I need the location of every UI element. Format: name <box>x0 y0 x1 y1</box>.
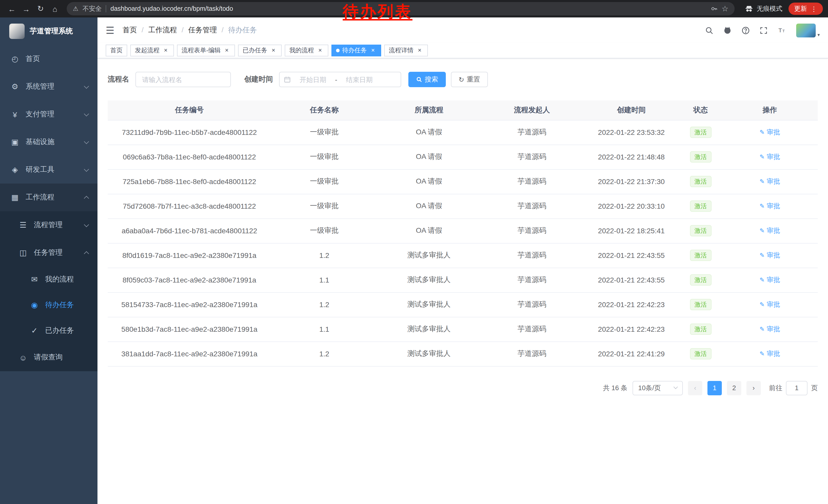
approve-link[interactable]: ✎ 审批 <box>759 152 780 162</box>
sidebar-item-workflow[interactable]: ▦ 工作流程 <box>0 184 97 211</box>
tab-close-icon[interactable]: × <box>317 47 324 54</box>
approve-link[interactable]: ✎ 审批 <box>759 226 780 235</box>
approve-link[interactable]: ✎ 审批 <box>759 349 780 358</box>
bookmark-star-icon[interactable]: ☆ <box>721 4 729 13</box>
cell-create-time: 2022-01-21 22:41:29 <box>584 341 679 366</box>
svg-text:T: T <box>779 27 782 33</box>
status-badge: 激活 <box>690 225 711 236</box>
sidebar-item-devtools[interactable]: ◈ 研发工具 <box>0 156 97 184</box>
prev-page-button[interactable]: ‹ <box>688 381 702 395</box>
tab[interactable]: 首页 <box>106 45 127 56</box>
page-button-2[interactable]: 2 <box>727 381 741 395</box>
sidebar-item-infra[interactable]: ▣ 基础设施 <box>0 128 97 156</box>
cell-create-time: 2022-01-22 21:37:30 <box>584 169 679 194</box>
goto-page-input[interactable] <box>786 381 808 395</box>
tab[interactable]: 流程表单-编辑 × <box>177 45 235 56</box>
key-icon[interactable] <box>710 5 717 12</box>
tab-close-icon[interactable]: × <box>162 47 169 54</box>
yen-icon: ¥ <box>10 110 19 119</box>
chevron-down-icon <box>85 140 88 144</box>
approve-link[interactable]: ✎ 审批 <box>759 300 780 309</box>
user-avatar[interactable]: ▾ <box>796 23 820 37</box>
task-icon: ◫ <box>18 248 28 258</box>
browser-home-button[interactable]: ⌂ <box>48 2 61 15</box>
main-area: ☰ 首页 工作流程 任务管理 待办任务 <box>97 17 828 504</box>
tab-close-icon[interactable]: × <box>223 47 230 54</box>
cell-task-name: 一级审批 <box>271 194 378 218</box>
workflow-submenu: ☰ 流程管理 ◫ 任务管理 ✉ 我的流程 ◉ 待办任务 ✓ <box>0 211 97 371</box>
sidebar-item-task-mgmt[interactable]: ◫ 任务管理 <box>0 239 97 267</box>
avatar-image <box>796 23 816 37</box>
sidebar-item-payment[interactable]: ¥ 支付管理 <box>0 100 97 128</box>
approve-label: 审批 <box>767 325 780 334</box>
svg-text:T: T <box>783 29 785 33</box>
sidebar-item-process-mgmt[interactable]: ☰ 流程管理 <box>0 211 97 239</box>
omnibox-divider <box>106 5 107 12</box>
sidebar-item-my-process[interactable]: ✉ 我的流程 <box>0 267 97 292</box>
approve-link[interactable]: ✎ 审批 <box>759 275 780 284</box>
browser-refresh-button[interactable]: ↻ <box>34 2 47 15</box>
approve-link[interactable]: ✎ 审批 <box>759 201 780 211</box>
next-page-button[interactable]: › <box>746 381 761 395</box>
tab-close-icon[interactable]: × <box>270 47 277 54</box>
approve-label: 审批 <box>767 275 780 284</box>
fullscreen-icon[interactable] <box>759 26 768 35</box>
approve-link[interactable]: ✎ 审批 <box>759 177 780 186</box>
tab-close-icon[interactable]: × <box>369 47 377 54</box>
breadcrumb-task-mgmt[interactable]: 任务管理 <box>188 26 228 35</box>
font-size-icon[interactable]: T T <box>778 26 787 35</box>
approve-link[interactable]: ✎ 审批 <box>759 251 780 260</box>
cell-task-id: 75d72608-7b7f-11ec-a3c8-acde48001122 <box>108 194 271 218</box>
cell-actions: ✎ 审批 <box>722 169 818 194</box>
tab[interactable]: 流程详情 × <box>384 45 428 56</box>
tab[interactable]: 待办任务 × <box>331 45 381 56</box>
cell-task-name: 1.2 <box>271 292 378 317</box>
reset-button[interactable]: ↻ 重置 <box>451 72 488 87</box>
approve-link[interactable]: ✎ 审批 <box>759 325 780 334</box>
process-name-input[interactable] <box>135 72 231 87</box>
help-icon[interactable] <box>742 26 750 35</box>
sidebar-item-system[interactable]: ⚙ 系统管理 <box>0 73 97 100</box>
cell-status: 激活 <box>679 120 722 145</box>
page-size-select[interactable]: 10条/页 <box>632 381 683 395</box>
end-date-input[interactable] <box>339 76 379 83</box>
update-label: 更新 <box>794 4 807 13</box>
sidebar-collapse-icon[interactable]: ☰ <box>106 25 114 36</box>
breadcrumb-current: 待办任务 <box>228 26 257 35</box>
tab-close-icon[interactable]: × <box>416 47 423 54</box>
update-chip[interactable]: 更新 ⋮ <box>788 3 823 15</box>
status-badge: 激活 <box>690 324 711 335</box>
incognito-badge: 无痕模式 <box>740 4 787 13</box>
search-icon[interactable] <box>705 26 714 35</box>
browser-menu-icon[interactable]: ⋮ <box>811 5 817 12</box>
page-button-1[interactable]: 1 <box>707 381 722 395</box>
sidebar-item-leave-query[interactable]: ☺ 请假查询 <box>0 343 97 371</box>
sidebar-item-todo-task[interactable]: ◉ 待办任务 <box>0 292 97 318</box>
tab[interactable]: 我的流程 × <box>285 45 328 56</box>
start-date-input[interactable] <box>293 76 333 83</box>
cell-status: 激活 <box>679 292 722 317</box>
cell-process: 测试多审批人 <box>378 243 481 268</box>
approve-link[interactable]: ✎ 审批 <box>759 128 780 137</box>
cell-process: OA 请假 <box>378 194 481 218</box>
cell-process: 测试多审批人 <box>378 292 481 317</box>
cell-task-id: 58154733-7ac8-11ec-a9e2-a2380e71991a <box>108 292 271 317</box>
browser-chrome: ← → ↻ ⌂ ⚠ 不安全 dashboard.yudao.iocoder.cn… <box>0 0 828 17</box>
cell-task-name: 1.1 <box>271 317 378 341</box>
cell-starter: 芋道源码 <box>481 218 583 243</box>
breadcrumb-workflow[interactable]: 工作流程 <box>148 26 188 35</box>
sidebar-item-done-task[interactable]: ✓ 已办任务 <box>0 318 97 343</box>
cell-starter: 芋道源码 <box>481 243 583 268</box>
browser-forward-button[interactable]: → <box>19 2 33 15</box>
tab-label: 发起流程 <box>135 46 160 55</box>
avatar-caret-icon: ▾ <box>818 32 820 37</box>
sidebar-item-home[interactable]: ◴ 首页 <box>0 45 97 73</box>
tab[interactable]: 已办任务 × <box>238 45 282 56</box>
dashboard-icon: ◴ <box>10 54 19 63</box>
browser-back-button[interactable]: ← <box>5 2 18 15</box>
github-icon[interactable] <box>723 26 732 35</box>
breadcrumb-home[interactable]: 首页 <box>123 26 148 35</box>
date-range-picker[interactable]: - <box>279 72 401 87</box>
search-button[interactable]: 搜索 <box>408 72 446 87</box>
tab[interactable]: 发起流程 × <box>130 45 174 56</box>
